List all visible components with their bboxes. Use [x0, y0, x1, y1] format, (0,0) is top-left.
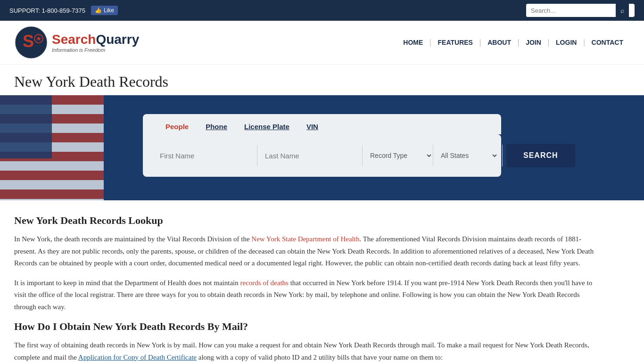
search-container: People Phone License Plate VIN Record Ty…: [0, 109, 644, 177]
hero-banner: People Phone License Plate VIN Record Ty…: [0, 95, 644, 200]
paragraph-3: The first way of obtaining death records…: [14, 339, 599, 362]
state-select[interactable]: All States New York California Texas Flo…: [437, 145, 498, 166]
search-form: Record Type Death Records Birth Records …: [143, 134, 501, 177]
search-tabs: People Phone License Plate VIN: [143, 114, 501, 134]
nav-features[interactable]: FEATURES: [431, 39, 479, 46]
thumbs-up-icon: 👍: [95, 7, 102, 14]
logo-brand: SearchQuarry: [52, 32, 139, 47]
nav-login[interactable]: LOGIN: [549, 39, 583, 46]
logo-text: SearchQuarry Information is Freedom: [52, 32, 139, 53]
page-title: New York Death Records: [14, 73, 630, 90]
tab-vin[interactable]: VIN: [298, 119, 327, 134]
search-icon: ⌕: [620, 7, 624, 14]
mail-section-title: How Do I Obtain New York Death Records B…: [14, 321, 599, 333]
header: S SearchQuarry Information is Freedom HO…: [0, 21, 644, 65]
top-bar: SUPPORT: 1-800-859-7375 👍 Like ⌕: [0, 0, 644, 21]
top-search-input[interactable]: [526, 4, 616, 17]
main-content: New York Death Records Lookup In New Yor…: [0, 200, 613, 362]
nav-home[interactable]: HOME: [396, 39, 429, 46]
facebook-like-button[interactable]: 👍 Like: [91, 6, 118, 15]
top-bar-left: SUPPORT: 1-800-859-7375 👍 Like: [9, 6, 118, 15]
nav-join[interactable]: JOIN: [519, 39, 548, 46]
first-name-input[interactable]: [152, 145, 257, 166]
nav-about[interactable]: ABOUT: [481, 39, 518, 46]
tab-license-plate[interactable]: License Plate: [236, 119, 298, 134]
lookup-title: New York Death Records Lookup: [14, 214, 599, 227]
logo-tagline: Information is Freedom: [52, 47, 139, 53]
tab-phone[interactable]: Phone: [197, 119, 236, 134]
search-button[interactable]: SEARCH: [506, 144, 575, 167]
logo-area: S SearchQuarry Information is Freedom: [14, 25, 139, 59]
last-name-input[interactable]: [257, 145, 363, 166]
svg-text:S: S: [23, 32, 34, 51]
page-title-area: New York Death Records: [0, 65, 644, 95]
application-link[interactable]: Application for Copy of Death Certificat…: [78, 354, 197, 361]
support-text: SUPPORT: 1-800-859-7375: [9, 7, 85, 14]
record-type-select[interactable]: Record Type Death Records Birth Records …: [363, 145, 433, 166]
main-nav: HOME | FEATURES | ABOUT | JOIN | LOGIN |…: [396, 38, 630, 47]
logo-icon: S: [14, 25, 48, 59]
records-of-deaths-link[interactable]: records of deaths: [240, 279, 288, 287]
dept-health-link[interactable]: New York State Department of Health: [251, 235, 359, 243]
top-search-button[interactable]: ⌕: [616, 4, 629, 17]
tab-people[interactable]: People: [157, 119, 197, 134]
top-search-bar[interactable]: ⌕: [526, 4, 635, 17]
nav-contact[interactable]: CONTACT: [585, 39, 630, 46]
paragraph-2: It is important to keep in mind that the…: [14, 277, 599, 313]
paragraph-1: In New York, the death records are maint…: [14, 233, 599, 270]
state-select-wrapper: All States New York California Texas Flo…: [433, 145, 503, 166]
